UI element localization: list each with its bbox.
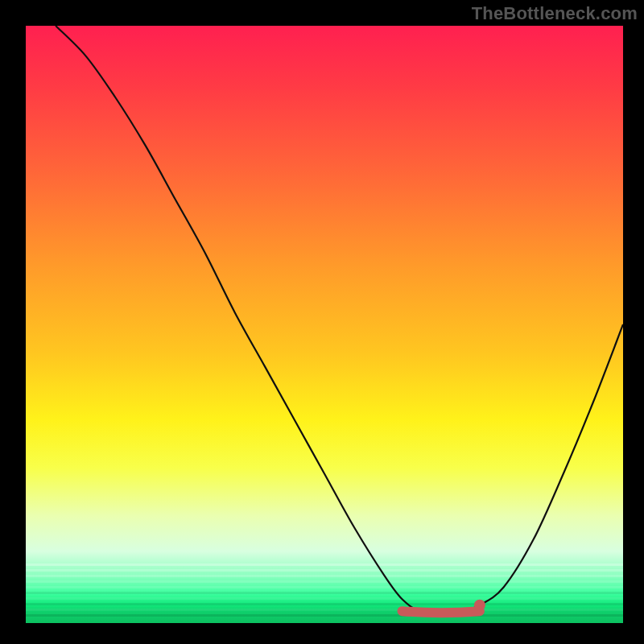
curve-svg <box>26 26 623 623</box>
optimal-range-endpoint-dot <box>474 600 485 611</box>
plot-area <box>26 26 623 623</box>
watermark-text: TheBottleneck.com <box>472 3 638 24</box>
bottleneck-curve <box>56 26 623 612</box>
optimal-range-segment <box>402 611 480 613</box>
chart-frame: TheBottleneck.com <box>0 0 644 644</box>
